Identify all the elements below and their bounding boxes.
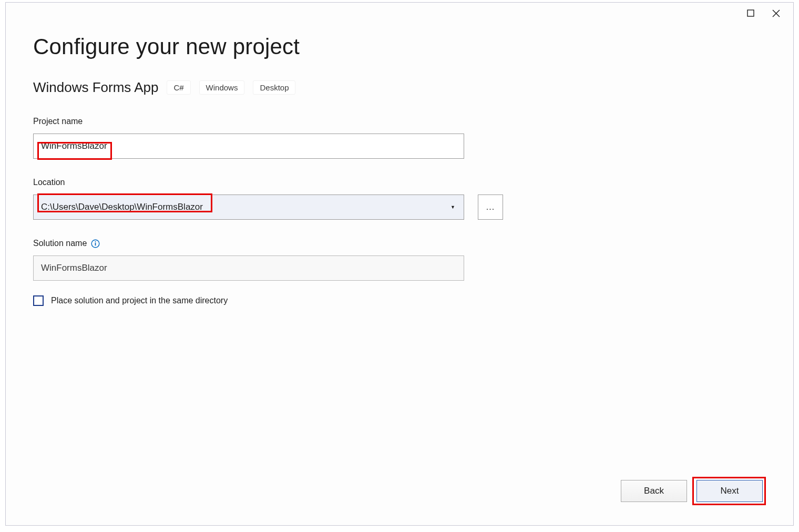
project-name-label: Project name — [33, 117, 766, 126]
svg-rect-0 — [747, 10, 754, 16]
svg-point-4 — [95, 241, 96, 242]
template-info-row: Windows Forms App C# Windows Desktop — [33, 79, 766, 96]
page-title: Configure your new project — [33, 34, 766, 59]
close-icon[interactable] — [771, 8, 781, 18]
project-name-input[interactable] — [33, 134, 464, 159]
maximize-icon[interactable] — [746, 8, 755, 18]
browse-button[interactable]: ... — [478, 195, 503, 220]
tag-language: C# — [167, 80, 190, 95]
chevron-down-icon: ▼ — [450, 204, 456, 210]
solution-name-label: Solution name — [33, 239, 766, 248]
titlebar — [746, 3, 793, 24]
tag-project-type: Desktop — [253, 80, 295, 95]
dialog-window: Configure your new project Windows Forms… — [5, 2, 794, 526]
template-name: Windows Forms App — [33, 79, 158, 96]
next-button[interactable]: Next — [696, 480, 763, 502]
location-combo[interactable]: C:\Users\Dave\Desktop\WinFormsBlazor ▼ — [33, 195, 464, 220]
svg-rect-5 — [95, 243, 96, 245]
tag-platform: Windows — [199, 80, 245, 95]
location-value: C:\Users\Dave\Desktop\WinFormsBlazor — [41, 202, 450, 212]
info-icon[interactable] — [91, 239, 100, 248]
back-button[interactable]: Back — [621, 480, 687, 502]
content-area: Configure your new project Windows Forms… — [33, 34, 766, 525]
same-directory-label: Place solution and project in the same d… — [51, 296, 228, 305]
solution-name-input[interactable] — [33, 255, 464, 281]
location-label: Location — [33, 178, 766, 187]
solution-name-label-text: Solution name — [33, 239, 87, 248]
footer-buttons: Back Next — [621, 480, 763, 502]
same-directory-row: Place solution and project in the same d… — [33, 295, 766, 306]
location-row: C:\Users\Dave\Desktop\WinFormsBlazor ▼ .… — [33, 195, 766, 220]
same-directory-checkbox[interactable] — [33, 295, 44, 306]
